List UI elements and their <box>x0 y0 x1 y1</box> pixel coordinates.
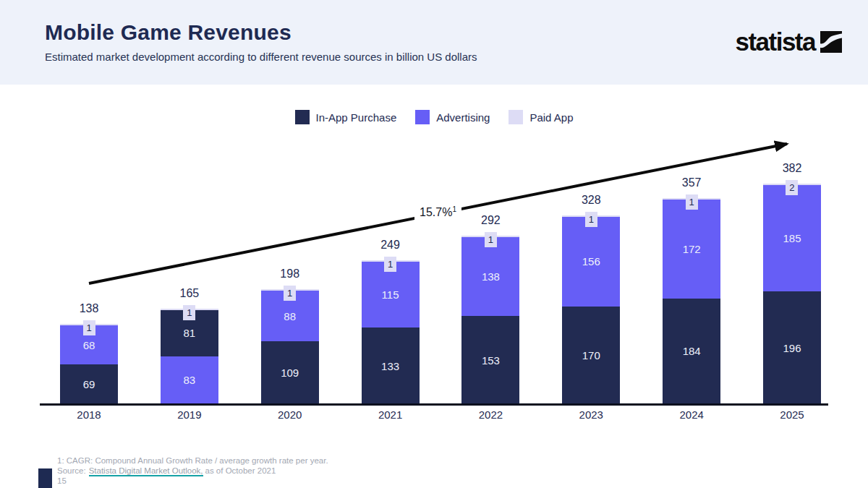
x-axis-label: 2023 <box>555 408 627 421</box>
x-axis-label: 2021 <box>354 408 427 421</box>
segment-value-label: 184 <box>683 345 701 357</box>
segment-value-label: 170 <box>582 349 600 361</box>
bar-chart: 15.7%1 696811382018838111652019109881198… <box>0 0 868 488</box>
segment-value-label: 81 <box>184 327 196 339</box>
segment-value-label: 115 <box>382 288 399 301</box>
x-axis-line <box>40 403 828 406</box>
bar-total-label: 292 <box>461 214 519 227</box>
x-axis-label: 2018 <box>53 408 125 421</box>
bar-segment-advertising: 83 <box>161 356 218 404</box>
paid-app-value-tag: 1 <box>485 232 497 247</box>
x-axis-label: 2025 <box>756 408 828 421</box>
cagr-value: 15.7% <box>420 206 452 218</box>
x-axis-label: 2024 <box>655 408 728 421</box>
cagr-annotation: 15.7%1 <box>414 205 461 220</box>
paid-app-value-tag: 1 <box>183 305 195 320</box>
source-suffix: as of October 2021 <box>205 466 276 475</box>
bar-segment-in-app-purchase: 153 <box>461 316 519 404</box>
segment-value-label: 138 <box>482 270 500 283</box>
bar-segment-advertising: 185 <box>763 185 821 291</box>
segment-value-label: 88 <box>284 310 296 322</box>
segment-value-label: 133 <box>381 360 399 372</box>
paid-app-value-tag: 2 <box>786 180 798 195</box>
paid-app-value-tag: 1 <box>284 286 296 301</box>
segment-value-label: 156 <box>582 255 600 267</box>
footer: 1: CAGR: Compound Annual Growth Rate / a… <box>57 455 328 486</box>
segment-value-label: 83 <box>184 374 196 386</box>
source-link[interactable]: Statista Digital Market Outlook, <box>89 466 203 476</box>
paid-app-value-tag: 1 <box>585 212 597 227</box>
bar-total-label: 249 <box>362 239 420 252</box>
bar-segment-in-app-purchase: 109 <box>261 341 319 404</box>
bar-segment-advertising: 138 <box>461 237 519 317</box>
bar-segment-in-app-purchase: 170 <box>562 307 620 404</box>
paid-app-value-tag: 1 <box>686 194 698 210</box>
segment-value-label: 153 <box>482 354 500 367</box>
segment-value-label: 196 <box>783 342 801 354</box>
x-axis-label: 2022 <box>454 408 527 421</box>
bar-total-label: 198 <box>261 267 319 281</box>
bar-segment-advertising: 156 <box>562 217 620 307</box>
bar-total-label: 328 <box>562 194 620 207</box>
bar-total-label: 138 <box>60 302 118 315</box>
page-number: 15 <box>57 476 328 486</box>
footer-accent-bar <box>38 468 52 488</box>
segment-value-label: 68 <box>83 339 95 351</box>
source-prefix: Source: <box>57 466 86 475</box>
segment-value-label: 185 <box>783 232 801 244</box>
segment-value-label: 172 <box>683 243 701 255</box>
footnote: 1: CAGR: Compound Annual Growth Rate / a… <box>57 455 328 466</box>
x-axis-label: 2020 <box>254 408 326 421</box>
bar-segment-in-app-purchase: 184 <box>663 299 720 404</box>
bar-segment-in-app-purchase: 133 <box>362 328 420 404</box>
source-line: Source:Statista Digital Market Outlook,a… <box>57 466 328 476</box>
paid-app-value-tag: 1 <box>83 320 95 335</box>
segment-value-label: 109 <box>281 367 299 379</box>
bar-total-label: 165 <box>161 287 218 300</box>
slide: Mobile Game Revenues Estimated market de… <box>0 0 868 488</box>
segment-value-label: 69 <box>83 378 95 390</box>
trend-arrow <box>0 0 868 488</box>
bar-total-label: 382 <box>763 162 821 175</box>
x-axis-label: 2019 <box>153 408 226 421</box>
bar-total-label: 357 <box>663 176 720 189</box>
cagr-footnote-marker: 1 <box>452 205 456 213</box>
bar-segment-advertising: 172 <box>663 200 720 299</box>
bar-segment-in-app-purchase: 69 <box>60 364 118 404</box>
paid-app-value-tag: 1 <box>384 257 396 272</box>
bar-segment-in-app-purchase: 196 <box>763 291 821 404</box>
